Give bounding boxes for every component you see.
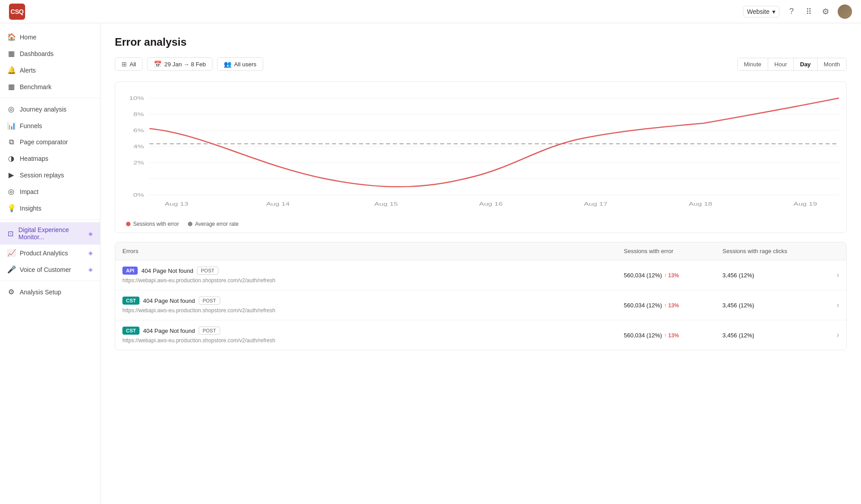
avatar-image [838, 4, 852, 19]
sidebar-label-funnels: Funnels [20, 122, 42, 129]
table-row[interactable]: API 404 Page Not found POST https://weba… [115, 260, 846, 290]
sidebar-item-home[interactable]: 🏠 Home [0, 29, 100, 45]
badge-method-1: POST [197, 267, 218, 275]
error-title-2: 404 Page Not found [143, 297, 195, 304]
svg-text:Aug 13: Aug 13 [165, 201, 188, 207]
main-content: Error analysis ⊞ All 📅 29 Jan → 8 Feb 👥 … [100, 0, 861, 504]
sidebar-label-heatmaps: Heatmaps [20, 155, 48, 162]
sidebar-item-digital-experience[interactable]: ⊡ Digital Experience Monitor... ◈ [0, 222, 100, 245]
diamond-badge-product: ◈ [88, 250, 93, 256]
sidebar-item-benchmark[interactable]: ▦ Benchmark [0, 78, 100, 95]
settings-icon[interactable]: ⚙ [821, 7, 831, 17]
table-row[interactable]: CST 404 Page Not found POST https://weba… [115, 320, 846, 350]
sidebar-label-comparator: Page comparator [20, 138, 68, 146]
benchmark-icon: ▦ [7, 82, 15, 91]
sidebar-label-dashboards: Dashboards [20, 50, 54, 57]
session-count-cell-1: 560,034 (12%) ↑ 13% [624, 271, 722, 279]
legend-dot-grey [188, 222, 192, 226]
rage-cell-3: 3,456 (12%) › [722, 331, 839, 339]
session-count-3: 560,034 (12%) [624, 332, 662, 339]
sidebar-item-heatmaps[interactable]: ◑ Heatmaps [0, 150, 100, 167]
session-count-cell-3: 560,034 (12%) ↑ 13% [624, 331, 722, 339]
svg-text:Aug 18: Aug 18 [689, 201, 713, 207]
website-selector[interactable]: Website ▾ [743, 6, 779, 17]
logo[interactable]: CSQ [9, 4, 25, 20]
error-url-1: https://webapi.aws-eu.production.shopsto… [122, 277, 624, 284]
svg-text:Aug 19: Aug 19 [793, 201, 817, 207]
badge-method-2: POST [199, 297, 220, 305]
users-filter-button[interactable]: 👥 All users [217, 57, 263, 71]
sidebar-label-digital: Digital Experience Monitor... [18, 226, 84, 241]
time-btn-minute[interactable]: Minute [738, 58, 768, 70]
error-chart: 10% 8% 6% 4% 2% 0% Aug 13 Aug 14 Aug 15 … [122, 89, 839, 215]
badge-api-1: API [122, 267, 138, 275]
insights-icon: 💡 [7, 204, 15, 212]
svg-text:Aug 15: Aug 15 [374, 201, 398, 207]
sidebar-item-dashboards[interactable]: ▦ Dashboards [0, 45, 100, 62]
sidebar-item-voice-of-customer[interactable]: 🎤 Voice of Customer ◈ [0, 261, 100, 278]
voice-icon: 🎤 [7, 265, 15, 274]
error-tags-3: CST 404 Page Not found POST [122, 327, 624, 335]
sidebar-item-analysis-setup[interactable]: ⚙ Analysis Setup [0, 284, 100, 300]
dashboards-icon: ▦ [7, 49, 15, 58]
filter-bar: ⊞ All 📅 29 Jan → 8 Feb 👥 All users Minut… [115, 57, 847, 71]
legend-sessions-label: Sessions with error [133, 221, 179, 227]
time-btn-hour[interactable]: Hour [768, 58, 794, 70]
sidebar-divider-2 [0, 219, 100, 220]
heatmaps-icon: ◑ [7, 154, 15, 163]
session-count-cell-2: 560,034 (12%) ↑ 13% [624, 301, 722, 309]
sidebar-label-insights: Insights [20, 205, 41, 212]
date-range-button[interactable]: 📅 29 Jan → 8 Feb [147, 57, 213, 71]
sidebar-item-funnels[interactable]: 📊 Funnels [0, 117, 100, 134]
topbar-right: Website ▾ ? ⠿ ⚙ [743, 4, 852, 19]
col-header-errors: Errors [122, 248, 624, 254]
svg-text:6%: 6% [133, 128, 144, 134]
rage-count-2: 3,456 (12%) [722, 302, 754, 309]
badge-cst-3: CST [122, 327, 139, 335]
content-area: Error analysis ⊞ All 📅 29 Jan → 8 Feb 👥 … [100, 23, 861, 363]
sidebar-divider-3 [0, 280, 100, 281]
chart-container: 10% 8% 6% 4% 2% 0% Aug 13 Aug 14 Aug 15 … [115, 82, 847, 233]
legend-average-error-rate: Average error rate [188, 221, 239, 227]
setup-icon: ⚙ [7, 288, 15, 296]
users-icon: 👥 [224, 60, 231, 68]
diamond-badge-digital: ◈ [88, 230, 93, 237]
filter-all-icon: ⊞ [122, 60, 127, 68]
rage-count-3: 3,456 (12%) [722, 332, 754, 339]
time-btn-month[interactable]: Month [818, 58, 846, 70]
sidebar-item-session-replays[interactable]: ▶ Session replays [0, 167, 100, 183]
badge-method-3: POST [199, 327, 220, 335]
error-cell-1: API 404 Page Not found POST https://weba… [122, 267, 624, 284]
topbar: CSQ Website ▾ ? ⠿ ⚙ [0, 0, 861, 23]
help-icon[interactable]: ? [787, 7, 796, 17]
table-row[interactable]: CST 404 Page Not found POST https://weba… [115, 290, 846, 320]
home-icon: 🏠 [7, 33, 15, 41]
svg-text:2%: 2% [133, 160, 144, 166]
time-btn-day[interactable]: Day [794, 58, 818, 70]
digital-icon: ⊡ [7, 229, 14, 238]
sidebar-item-journey[interactable]: ◎ Journey analysis [0, 101, 100, 117]
svg-text:0%: 0% [133, 192, 144, 198]
svg-text:8%: 8% [133, 112, 144, 117]
diamond-badge-voice: ◈ [88, 266, 93, 273]
error-url-2: https://webapi.aws-eu.production.shopsto… [122, 307, 624, 314]
sidebar-item-alerts[interactable]: 🔔 Alerts [0, 62, 100, 78]
sidebar-item-insights[interactable]: 💡 Insights [0, 200, 100, 216]
calendar-icon: 📅 [154, 60, 161, 68]
chart-legend: Sessions with error Average error rate [122, 221, 839, 227]
sidebar-item-impact[interactable]: ◎ Impact [0, 183, 100, 200]
error-cell-2: CST 404 Page Not found POST https://weba… [122, 297, 624, 314]
sidebar-item-product-analytics[interactable]: 📈 Product Analytics ◈ [0, 245, 100, 261]
avatar[interactable] [838, 4, 852, 19]
chevron-icon-1: › [837, 271, 839, 279]
error-tags-1: API 404 Page Not found POST [122, 267, 624, 275]
all-filter-button[interactable]: ⊞ All [115, 57, 143, 71]
grid-icon[interactable]: ⠿ [804, 7, 813, 17]
sidebar-item-page-comparator[interactable]: ⧉ Page comparator [0, 134, 100, 150]
sidebar-label-journey: Journey analysis [20, 106, 66, 113]
sidebar-divider-1 [0, 98, 100, 98]
sidebar-label-home: Home [20, 34, 36, 41]
sidebar-label-impact: Impact [20, 188, 39, 195]
svg-text:Aug 16: Aug 16 [479, 201, 503, 207]
error-title-1: 404 Page Not found [141, 267, 193, 274]
